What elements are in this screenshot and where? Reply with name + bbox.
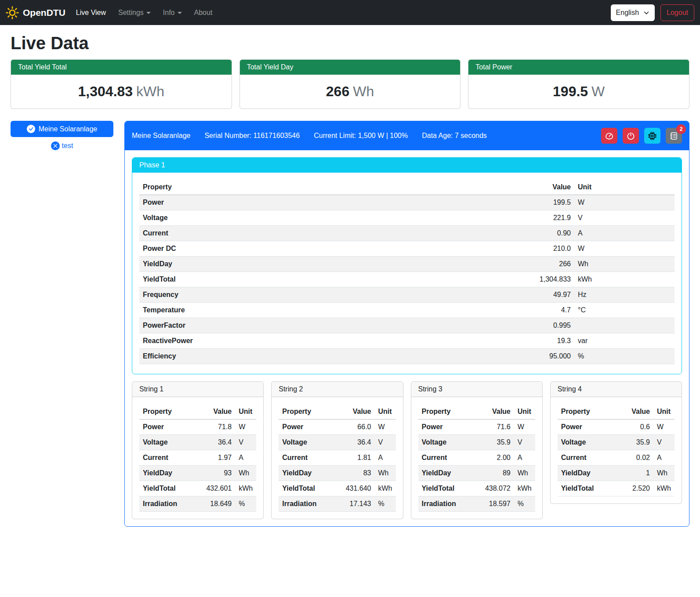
table-row: Irradiation 18.597 % — [418, 496, 535, 512]
table-header-row: Property Value Unit — [139, 404, 256, 420]
event-log-button[interactable]: 2 — [666, 128, 682, 144]
chevron-down-icon — [643, 10, 649, 16]
brand-title: OpenDTU — [23, 7, 65, 18]
table-header-row: Property Value Unit — [558, 404, 675, 420]
sidebar-item-label: Meine Solaranlage — [39, 125, 97, 133]
cpu-icon — [648, 132, 656, 140]
phase-table: Property Value Unit Power — [139, 180, 675, 364]
table-header-row: Property Value Unit — [279, 404, 395, 420]
table-row: Current 0.90 A — [139, 226, 675, 241]
table-row: Temperature 4.7 °C — [139, 303, 675, 318]
table-row: Current 0.02 A — [558, 450, 675, 466]
summary-card-total-yield-total: Total Yield Total 1,304.83kWh — [11, 59, 232, 109]
string-table: Property Value Unit Power — [279, 404, 395, 512]
table-row: Current 1.97 A — [139, 450, 256, 466]
nav-item-settings[interactable]: Settings — [112, 5, 157, 20]
phase-title: Phase 1 — [132, 158, 682, 173]
table-row: Efficiency 95.000 % — [139, 349, 675, 364]
summary-card-value: 199.5 — [553, 83, 588, 99]
nav-item-about[interactable]: About — [188, 5, 219, 20]
string-title: String 3 — [411, 382, 542, 397]
summary-card-unit: kWh — [136, 83, 164, 99]
summary-card-total-yield-day: Total Yield Day 266Wh — [239, 59, 461, 109]
string-title: String 2 — [272, 382, 403, 397]
column-value: Value — [399, 180, 574, 195]
device-info-button[interactable] — [644, 128, 660, 144]
sidebar-item-meine-solaranlage[interactable]: Meine Solaranlage — [11, 121, 113, 137]
top-navbar: OpenDTU Live View Settings Info About En… — [0, 0, 700, 25]
brand-link[interactable]: OpenDTU — [6, 6, 65, 19]
summary-card-unit: W — [591, 83, 605, 99]
phase-panel: Phase 1 Property Value Unit — [132, 157, 682, 374]
table-row: PowerFactor 0.995 — [139, 318, 675, 333]
inverter-serial: Serial Number: 116171603546 — [204, 132, 300, 140]
column-unit: Unit — [653, 404, 675, 420]
column-unit: Unit — [375, 404, 396, 420]
column-value: Value — [616, 404, 653, 420]
language-select-value: English — [616, 9, 639, 17]
limit-settings-button[interactable] — [601, 128, 617, 144]
column-unit: Unit — [514, 404, 535, 420]
table-row: YieldDay 83 Wh — [279, 466, 395, 481]
nav-links: Live View Settings Info About — [70, 5, 219, 20]
check-circle-icon — [27, 125, 35, 133]
table-header-row: Property Value Unit — [418, 404, 535, 420]
table-row: YieldTotal 1,304.833 kWh — [139, 272, 675, 287]
column-property: Property — [418, 404, 472, 420]
table-row: Irradiation 18.649 % — [139, 496, 256, 512]
column-unit: Unit — [574, 180, 675, 195]
nav-item-info[interactable]: Info — [157, 5, 188, 20]
table-row: YieldTotal 2.520 kWh — [558, 481, 675, 496]
table-row: Power 71.8 W — [139, 420, 256, 435]
inverter-limit: Current Limit: 1,500 W | 100% — [314, 132, 408, 140]
table-row: Power 0.6 W — [558, 420, 675, 435]
power-button[interactable] — [623, 128, 639, 144]
event-count-badge: 2 — [676, 124, 686, 134]
strings-row: String 1 Property Value Unit — [132, 381, 682, 519]
summary-card-value: 266 — [326, 83, 349, 99]
table-header-row: Property Value Unit — [139, 180, 675, 195]
column-value: Value — [333, 404, 375, 420]
sidebar-item-label: test — [62, 142, 73, 150]
nav-item-live-view[interactable]: Live View — [70, 5, 112, 20]
table-row: ReactivePower 19.3 var — [139, 333, 675, 349]
inverter-data-age: Data Age: 7 seconds — [422, 132, 487, 140]
column-value: Value — [193, 404, 235, 420]
column-property: Property — [558, 404, 616, 420]
table-row: Power 71.6 W — [418, 420, 535, 435]
table-row: Voltage 36.4 V — [139, 435, 256, 450]
table-row: Power DC 210.0 W — [139, 241, 675, 257]
table-row: Current 2.00 A — [418, 450, 535, 466]
power-icon — [627, 132, 635, 140]
string-card-3: String 3 Property Value Unit — [411, 381, 543, 519]
summary-card-value: 1,304.83 — [78, 83, 133, 99]
string-table: Property Value Unit Power — [418, 404, 535, 512]
string-card-4: String 4 Property Value Unit — [550, 381, 682, 504]
string-card-1: String 1 Property Value Unit — [132, 381, 264, 519]
summary-card-unit: Wh — [353, 83, 374, 99]
column-property: Property — [139, 404, 193, 420]
gauge-icon — [605, 132, 613, 140]
column-value: Value — [472, 404, 514, 420]
logout-button[interactable]: Logout — [660, 4, 694, 21]
string-card-2: String 2 Property Value Unit — [271, 381, 403, 519]
inverter-actions: 2 — [601, 128, 682, 144]
x-circle-icon — [51, 141, 60, 150]
table-row: Current 1.81 A — [279, 450, 395, 466]
inverter-card-header: Meine Solaranlage Serial Number: 1161716… — [125, 121, 689, 150]
sidebar-item-test[interactable]: test — [11, 141, 113, 150]
caret-down-icon — [178, 12, 182, 14]
summary-card-total-power: Total Power 199.5W — [468, 59, 689, 109]
table-row: Voltage 36.4 V — [279, 435, 395, 450]
sun-icon — [6, 6, 19, 19]
inverter-sidebar: Meine Solaranlage test — [11, 121, 113, 150]
table-row: Frequency 49.97 Hz — [139, 287, 675, 303]
language-select[interactable]: English — [611, 4, 655, 21]
table-row: YieldDay 1 Wh — [558, 466, 675, 481]
column-property: Property — [279, 404, 332, 420]
table-row: Power 199.5 W — [139, 195, 675, 210]
table-row: YieldTotal 432.601 kWh — [139, 481, 256, 496]
summary-card-title: Total Yield Total — [11, 60, 232, 75]
table-row: YieldTotal 431.640 kWh — [279, 481, 395, 496]
table-row: YieldDay 93 Wh — [139, 466, 256, 481]
